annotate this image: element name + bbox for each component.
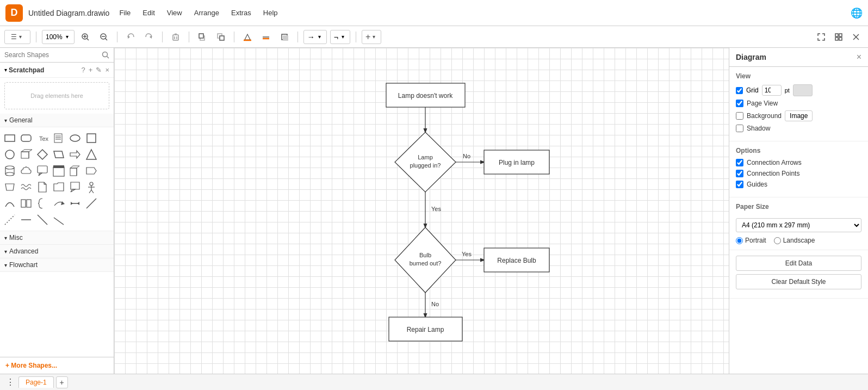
shape-partial-rect[interactable] [18,196,34,211]
landscape-option[interactable]: Landscape [774,237,815,244]
grid-color-picker[interactable] [793,84,813,96]
menu-extras[interactable]: Extras [229,8,253,18]
grid-checkbox[interactable] [736,87,743,94]
shape-line-diag1[interactable] [84,196,99,211]
background-image-btn[interactable]: Image [785,110,813,121]
paper-size-select[interactable]: A4 (210 mm x 297 mm) A3 A2 Letter Legal [736,218,861,232]
portrait-radio[interactable] [736,237,743,244]
page-view-checkbox[interactable] [736,100,743,107]
node-d2[interactable] [395,227,456,293]
shape-note[interactable] [51,131,66,146]
add-btn[interactable]: + ▾ [362,30,381,44]
shape-wave[interactable] [18,179,34,195]
route-dropdown[interactable]: ⌐ ▾ [330,30,350,44]
menu-help[interactable]: Help [261,8,280,18]
node-d1[interactable] [395,132,456,192]
category-advanced[interactable]: Advanced [0,245,114,258]
toolbar: ☰▾ 100% ▾ → ▾ ⌐ [0,26,868,48]
node-start[interactable] [386,83,465,107]
close-panel-btn[interactable] [848,30,864,44]
menu-view[interactable]: View [165,8,184,18]
menu-arrange[interactable]: Arrange [192,8,221,18]
search-input[interactable] [4,51,98,59]
shape-ellipse[interactable] [67,131,83,146]
arrow-dropdown[interactable]: → ▾ [303,30,327,44]
shape-line-diag2[interactable] [35,212,50,227]
shape-rounded-rect[interactable] [18,131,34,146]
more-shapes-btn[interactable]: + More Shapes... [0,357,114,374]
guides-checkbox[interactable] [736,181,743,188]
shape-person[interactable] [84,179,99,195]
shadow-btn[interactable] [277,30,292,44]
shape-arc[interactable] [2,196,17,211]
shape-arrow-curved[interactable] [51,196,66,211]
undo-btn[interactable] [123,30,138,44]
tab-menu-btn[interactable]: ⋮ [4,376,16,388]
fullscreen-btn[interactable] [814,30,829,44]
node-replace[interactable] [484,248,549,272]
shape-folder[interactable] [51,179,66,195]
page-tab-1[interactable]: Page-1 [18,376,54,388]
scratchpad-help-icon[interactable]: ? [82,66,85,74]
edit-data-btn[interactable]: Edit Data [736,256,861,271]
shape-text[interactable]: Text [35,131,50,146]
to-back-btn[interactable] [213,30,228,44]
shape-circle[interactable] [2,147,17,162]
background-checkbox[interactable] [736,112,743,120]
category-misc[interactable]: Misc [0,231,114,245]
to-front-btn[interactable] [195,30,210,44]
zoom-dropdown[interactable]: 100% ▾ [42,30,75,44]
shape-pentagon-arrow[interactable] [84,163,99,178]
fill-btn[interactable] [240,30,255,44]
shape-cylinder[interactable] [2,163,17,178]
clear-default-style-btn[interactable]: Clear Default Style [736,274,861,289]
category-general[interactable]: General [0,114,114,127]
shape-parallelogram[interactable] [51,147,66,162]
sep2 [117,32,117,42]
shape-arrow-right[interactable] [67,147,83,162]
connection-arrows-checkbox[interactable] [736,159,743,166]
shadow-checkbox[interactable] [736,125,743,132]
zoom-out-btn[interactable] [96,30,111,44]
shape-trapezoid[interactable] [2,179,17,195]
delete-btn[interactable] [168,30,183,44]
shape-doc[interactable] [35,179,50,195]
canvas-area[interactable]: Lamp doesn't work Lamp plugged in? No Pl… [114,48,729,374]
shape-line-horiz[interactable] [18,212,34,227]
node-repair[interactable] [389,317,462,341]
zoom-in-btn[interactable] [78,30,93,44]
shape-double-arrow[interactable] [67,196,83,211]
panel-toggle-btn[interactable]: ☰▾ [4,30,30,44]
shape-diamond[interactable] [35,147,50,162]
shape-3d-box[interactable] [67,163,83,178]
scratchpad-close-icon[interactable]: × [105,66,109,74]
scratchpad-add-icon[interactable]: + [89,66,93,74]
shape-rect[interactable] [2,131,17,146]
connection-points-checkbox[interactable] [736,170,743,177]
menu-edit[interactable]: Edit [140,8,157,18]
reset-view-btn[interactable] [831,30,846,44]
shape-3d-rect[interactable] [18,147,34,162]
line-btn[interactable] [258,30,274,44]
add-page-btn[interactable]: + [56,376,68,388]
shape-triangle[interactable] [84,147,99,162]
grid-size-input[interactable] [762,85,782,96]
shape-frame[interactable] [51,163,66,178]
redo-btn[interactable] [141,30,157,44]
scratchpad-edit-icon[interactable]: ✎ [96,66,102,74]
shape-cloud[interactable] [18,163,34,178]
landscape-radio[interactable] [774,237,781,244]
right-panel-close[interactable]: × [857,52,861,62]
shape-callout[interactable] [35,163,50,178]
shape-line-diag3[interactable] [51,212,66,227]
node-plug[interactable] [484,150,549,174]
category-flowchart[interactable]: Flowchart [0,258,114,272]
shape-curly[interactable] [35,196,50,211]
menu-file[interactable]: File [117,8,133,18]
svg-marker-73 [77,202,79,205]
portrait-option[interactable]: Portrait [736,237,766,244]
scratchpad-collapse-icon[interactable]: ▾ [4,67,7,73]
shape-line-dotted[interactable] [2,212,17,227]
shape-square[interactable] [84,131,99,146]
shape-speech-bubble[interactable] [67,179,83,195]
